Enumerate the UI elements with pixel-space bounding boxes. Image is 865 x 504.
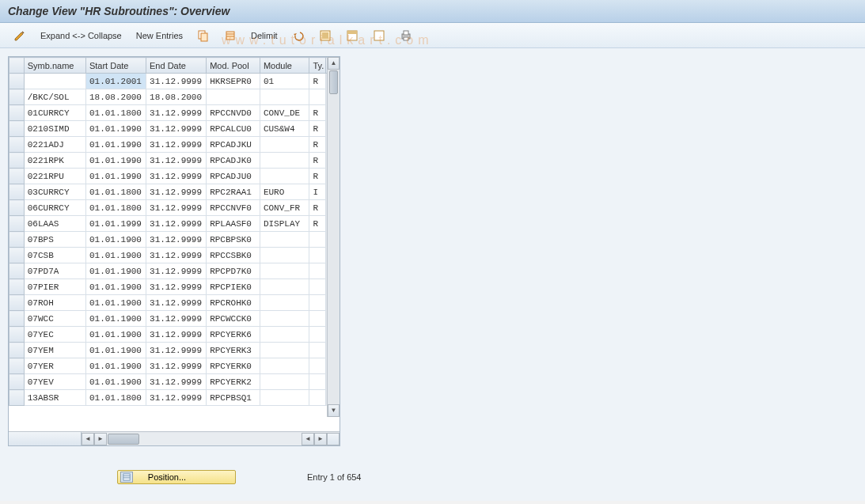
hscroll-thumb[interactable] [108, 434, 139, 445]
header-module[interactable]: Module [260, 58, 309, 74]
cell-symb[interactable]: 06CURRCY [24, 200, 85, 216]
cell-mod-pool[interactable]: RPCPD7K0 [207, 263, 260, 279]
cell-module[interactable]: CONV_DE [260, 105, 309, 121]
cell-symb[interactable]: 06LAAS [24, 216, 85, 232]
row-selector[interactable] [9, 232, 25, 248]
cell-end-date[interactable]: 31.12.9999 [146, 232, 207, 248]
cell-type[interactable]: I [309, 184, 326, 200]
cell-type[interactable] [309, 89, 326, 105]
cell-type[interactable]: R [309, 216, 326, 232]
cell-type[interactable] [309, 311, 326, 327]
new-entries-button[interactable]: New Entries [131, 28, 188, 44]
delimit-button[interactable]: Delimit [245, 28, 283, 44]
cell-symb[interactable]: 01CURRCY [24, 105, 85, 121]
undo-button[interactable] [286, 26, 310, 45]
cell-start-date[interactable]: 01.01.2001 [85, 74, 146, 89]
cell-symb[interactable]: 07WCC [24, 311, 85, 327]
cell-symb[interactable] [24, 74, 85, 89]
cell-mod-pool[interactable]: RPCBPSK0 [207, 232, 260, 248]
cell-symb[interactable]: 07BPS [24, 232, 85, 248]
cell-module[interactable]: CONV_FR [260, 200, 309, 216]
cell-type[interactable]: R [309, 137, 326, 153]
cell-module[interactable]: DISPLAY [260, 216, 309, 232]
cell-type[interactable] [309, 327, 326, 343]
cell-mod-pool[interactable]: RPCADJU0 [207, 169, 260, 184]
row-selector[interactable] [9, 295, 25, 311]
cell-symb[interactable]: 03CURRCY [24, 184, 85, 200]
cell-start-date[interactable]: 01.01.1900 [85, 343, 146, 358]
cell-end-date[interactable]: 31.12.9999 [146, 169, 207, 184]
cell-symb[interactable]: 0221RPU [24, 169, 85, 184]
cell-module[interactable] [260, 343, 309, 358]
row-selector[interactable] [9, 121, 25, 137]
row-selector[interactable] [9, 89, 25, 105]
row-selector[interactable] [9, 358, 25, 374]
cell-mod-pool[interactable]: RPCCNVD0 [207, 105, 260, 121]
cell-module[interactable] [260, 311, 309, 327]
select-block-button[interactable] [340, 26, 364, 45]
cell-type[interactable] [309, 295, 326, 311]
cell-mod-pool[interactable]: RPCPBSQ1 [207, 390, 260, 406]
cell-symb[interactable]: 07ROH [24, 295, 85, 311]
header-start[interactable]: Start Date [85, 58, 146, 74]
row-selector[interactable] [9, 374, 25, 390]
cell-end-date[interactable]: 31.12.9999 [146, 137, 207, 153]
cell-module[interactable] [260, 232, 309, 248]
cell-mod-pool[interactable]: RPCALCU0 [207, 121, 260, 137]
cell-end-date[interactable]: 31.12.9999 [146, 279, 207, 295]
cell-start-date[interactable]: 01.01.1900 [85, 358, 146, 374]
cell-symb[interactable]: 07YEM [24, 343, 85, 358]
cell-symb[interactable]: 07PD7A [24, 263, 85, 279]
cell-end-date[interactable]: 31.12.9999 [146, 390, 207, 406]
scroll-right-end-button[interactable]: ► [314, 433, 327, 445]
cell-type[interactable] [309, 248, 326, 263]
cell-module[interactable]: EURO [260, 184, 309, 200]
cell-start-date[interactable]: 01.01.1900 [85, 232, 146, 248]
cell-type[interactable] [309, 232, 326, 248]
cell-end-date[interactable]: 31.12.9999 [146, 184, 207, 200]
cell-symb[interactable]: 07PIER [24, 279, 85, 295]
cell-type[interactable]: R [309, 121, 326, 137]
cell-symb[interactable]: 0221RPK [24, 153, 85, 169]
cell-symb[interactable]: 07YEC [24, 327, 85, 343]
cell-start-date[interactable]: 01.01.1990 [85, 153, 146, 169]
scroll-left-button[interactable]: ◄ [82, 433, 94, 445]
cell-symb[interactable]: 07CSB [24, 248, 85, 263]
cell-type[interactable]: R [309, 169, 326, 184]
cell-type[interactable] [309, 390, 326, 406]
cell-symb[interactable]: 13ABSR [24, 390, 85, 406]
cell-symb[interactable]: 0210SIMD [24, 121, 85, 137]
row-selector[interactable] [9, 216, 25, 232]
scroll-down-button[interactable]: ▼ [328, 404, 340, 417]
cell-start-date[interactable]: 01.01.1990 [85, 169, 146, 184]
cell-module[interactable] [260, 137, 309, 153]
delete-button[interactable] [218, 26, 242, 45]
header-ty[interactable]: Ty. [309, 58, 326, 74]
cell-mod-pool[interactable]: RPCCNVF0 [207, 200, 260, 216]
cell-mod-pool[interactable]: RPCCSBK0 [207, 248, 260, 263]
header-symb[interactable]: Symb.name [24, 58, 85, 74]
cell-end-date[interactable]: 31.12.9999 [146, 374, 207, 390]
cell-end-date[interactable]: 31.12.9999 [146, 343, 207, 358]
toggle-display-button[interactable] [8, 26, 32, 45]
cell-start-date[interactable]: 18.08.2000 [85, 89, 146, 105]
cell-type[interactable]: R [309, 200, 326, 216]
cell-module[interactable] [260, 169, 309, 184]
cell-mod-pool[interactable]: RPCWCCK0 [207, 311, 260, 327]
cell-end-date[interactable]: 31.12.9999 [146, 248, 207, 263]
row-selector[interactable] [9, 248, 25, 263]
row-selector[interactable] [9, 105, 25, 121]
deselect-all-button[interactable] [367, 26, 391, 45]
cell-start-date[interactable]: 01.01.1900 [85, 263, 146, 279]
cell-type[interactable]: R [309, 105, 326, 121]
header-pool[interactable]: Mod. Pool [207, 58, 260, 74]
select-all-button[interactable] [313, 26, 337, 45]
cell-type[interactable]: R [309, 74, 326, 89]
cell-type[interactable] [309, 374, 326, 390]
cell-module[interactable] [260, 279, 309, 295]
cell-end-date[interactable]: 31.12.9999 [146, 358, 207, 374]
cell-end-date[interactable]: 31.12.9999 [146, 200, 207, 216]
header-end[interactable]: End Date [146, 58, 207, 74]
row-selector[interactable] [9, 74, 25, 89]
cell-module[interactable] [260, 248, 309, 263]
